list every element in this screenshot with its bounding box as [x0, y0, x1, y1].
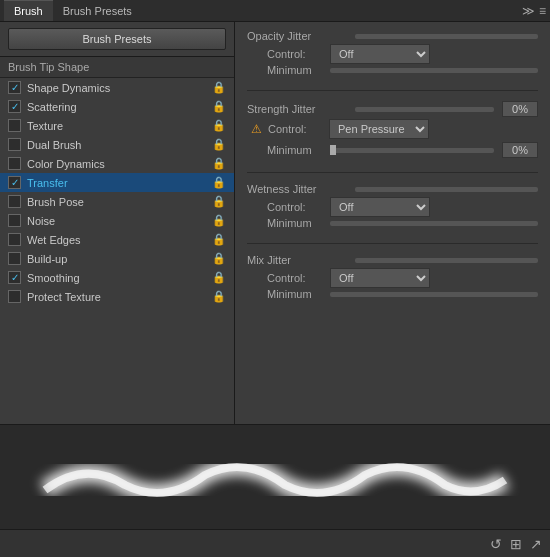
opacity-control-row: Control: Off Pen Pressure Pen Tilt	[247, 44, 538, 64]
tab-brush[interactable]: Brush	[4, 0, 53, 21]
mix-jitter-row: Mix Jitter	[247, 254, 538, 266]
checkbox-transfer[interactable]: ✓	[8, 176, 21, 189]
checkbox-protect-texture[interactable]	[8, 290, 21, 303]
wetness-jitter-section: Wetness Jitter Control: Off Pen Pressure…	[247, 183, 538, 229]
strength-control-label: Control:	[268, 123, 323, 135]
brush-item-label-texture: Texture	[27, 120, 63, 132]
lock-icon-buildup: 🔒	[212, 252, 226, 265]
strength-jitter-value: 0%	[502, 101, 538, 117]
brush-item-label-color-dynamics: Color Dynamics	[27, 158, 105, 170]
brush-preview-area	[0, 424, 550, 529]
opacity-jitter-bar[interactable]	[355, 34, 538, 39]
wetness-control-row: Control: Off Pen Pressure	[247, 197, 538, 217]
strength-jitter-section: Strength Jitter 0% ⚠ Control: Pen Pressu…	[247, 101, 538, 158]
rotate-icon[interactable]: ↺	[490, 536, 502, 552]
content-area: Brush Presets Brush Tip Shape ✓ Shape Dy…	[0, 22, 550, 424]
left-panel: Brush Presets Brush Tip Shape ✓ Shape Dy…	[0, 22, 235, 424]
wetness-minimum-row: Minimum	[247, 217, 538, 229]
divider3	[247, 243, 538, 244]
brush-item-label-shape-dynamics: Shape Dynamics	[27, 82, 110, 94]
checkbox-color-dynamics[interactable]	[8, 157, 21, 170]
strength-control-select[interactable]: Pen Pressure Off Pen Tilt	[329, 119, 429, 139]
brush-item-color-dynamics[interactable]: Color Dynamics 🔒	[0, 154, 234, 173]
wetness-control-label: Control:	[267, 201, 322, 213]
right-panel: Opacity Jitter Control: Off Pen Pressure…	[235, 22, 550, 424]
wetness-jitter-bar[interactable]	[355, 187, 538, 192]
tab-bar: Brush Brush Presets ≫ ≡	[0, 0, 550, 22]
tab-icons: ≫ ≡	[522, 4, 546, 18]
lock-icon-noise: 🔒	[212, 214, 226, 227]
checkbox-noise[interactable]	[8, 214, 21, 227]
lock-icon-transfer: 🔒	[212, 176, 226, 189]
brush-item-dual-brush[interactable]: Dual Brush 🔒	[0, 135, 234, 154]
brush-presets-button[interactable]: Brush Presets	[8, 28, 226, 50]
checkbox-wet-edges[interactable]	[8, 233, 21, 246]
brush-item-transfer[interactable]: ✓ Transfer 🔒	[0, 173, 234, 192]
mix-jitter-bar[interactable]	[355, 258, 538, 263]
checkbox-dual-brush[interactable]	[8, 138, 21, 151]
mix-control-label: Control:	[267, 272, 322, 284]
checkbox-buildup[interactable]	[8, 252, 21, 265]
strength-minimum-bar[interactable]	[330, 148, 494, 153]
arrow-icon[interactable]: ↗	[530, 536, 542, 552]
strength-minimum-label: Minimum	[267, 144, 322, 156]
strength-minimum-row: Minimum 0%	[247, 142, 538, 158]
opacity-control-select[interactable]: Off Pen Pressure Pen Tilt	[330, 44, 430, 64]
brush-item-smoothing[interactable]: ✓ Smoothing 🔒	[0, 268, 234, 287]
mix-minimum-bar[interactable]	[330, 292, 538, 297]
brush-item-noise[interactable]: Noise 🔒	[0, 211, 234, 230]
mix-jitter-section: Mix Jitter Control: Off Pen Pressure Min…	[247, 254, 538, 300]
checkbox-shape-dynamics[interactable]: ✓	[8, 81, 21, 94]
lock-icon-protect-texture: 🔒	[212, 290, 226, 303]
strength-jitter-row: Strength Jitter 0%	[247, 101, 538, 117]
brush-item-wet-edges[interactable]: Wet Edges 🔒	[0, 230, 234, 249]
lock-icon-texture: 🔒	[212, 119, 226, 132]
brush-item-label-protect-texture: Protect Texture	[27, 291, 101, 303]
lock-icon-brush-pose: 🔒	[212, 195, 226, 208]
checkbox-texture[interactable]	[8, 119, 21, 132]
mix-minimum-label: Minimum	[267, 288, 322, 300]
divider2	[247, 172, 538, 173]
brush-item-label-transfer: Transfer	[27, 177, 68, 189]
brush-item-label-noise: Noise	[27, 215, 55, 227]
wetness-minimum-bar[interactable]	[330, 221, 538, 226]
brush-item-texture[interactable]: Texture 🔒	[0, 116, 234, 135]
lock-icon-dual-brush: 🔒	[212, 138, 226, 151]
wetness-jitter-row: Wetness Jitter	[247, 183, 538, 195]
strength-minimum-value: 0%	[502, 142, 538, 158]
lock-icon-smoothing: 🔒	[212, 271, 226, 284]
wetness-control-select[interactable]: Off Pen Pressure	[330, 197, 430, 217]
brush-item-protect-texture[interactable]: Protect Texture 🔒	[0, 287, 234, 306]
opacity-minimum-bar[interactable]	[330, 68, 538, 73]
lock-icon-scattering: 🔒	[212, 100, 226, 113]
warning-triangle-icon: ⚠	[251, 122, 262, 136]
brush-preview-canvas	[25, 440, 525, 515]
brush-item-label-wet-edges: Wet Edges	[27, 234, 81, 246]
wetness-jitter-label: Wetness Jitter	[247, 183, 347, 195]
checkbox-scattering[interactable]: ✓	[8, 100, 21, 113]
opacity-jitter-label: Opacity Jitter	[247, 30, 347, 42]
mix-control-select[interactable]: Off Pen Pressure	[330, 268, 430, 288]
lock-icon-wet-edges: 🔒	[212, 233, 226, 246]
tab-brush-presets[interactable]: Brush Presets	[53, 0, 142, 21]
brush-item-label-buildup: Build-up	[27, 253, 67, 265]
mix-jitter-label: Mix Jitter	[247, 254, 347, 266]
opacity-control-label: Control:	[267, 48, 322, 60]
checkbox-smoothing[interactable]: ✓	[8, 271, 21, 284]
brush-presets-btn-container: Brush Presets	[0, 22, 234, 57]
lock-icon-shape-dynamics: 🔒	[212, 81, 226, 94]
menu-icon[interactable]: ≡	[539, 4, 546, 18]
brush-item-brush-pose[interactable]: Brush Pose 🔒	[0, 192, 234, 211]
grid-icon[interactable]: ⊞	[510, 536, 522, 552]
wetness-minimum-label: Minimum	[267, 217, 322, 229]
checkbox-brush-pose[interactable]	[8, 195, 21, 208]
strength-jitter-label: Strength Jitter	[247, 103, 347, 115]
lock-icon-color-dynamics: 🔒	[212, 157, 226, 170]
brush-item-shape-dynamics[interactable]: ✓ Shape Dynamics 🔒	[0, 78, 234, 97]
brush-item-buildup[interactable]: Build-up 🔒	[0, 249, 234, 268]
opacity-jitter-row: Opacity Jitter	[247, 30, 538, 42]
strength-jitter-bar[interactable]	[355, 107, 494, 112]
forward-icon[interactable]: ≫	[522, 4, 535, 18]
brush-item-scattering[interactable]: ✓ Scattering 🔒	[0, 97, 234, 116]
brush-item-label-smoothing: Smoothing	[27, 272, 80, 284]
